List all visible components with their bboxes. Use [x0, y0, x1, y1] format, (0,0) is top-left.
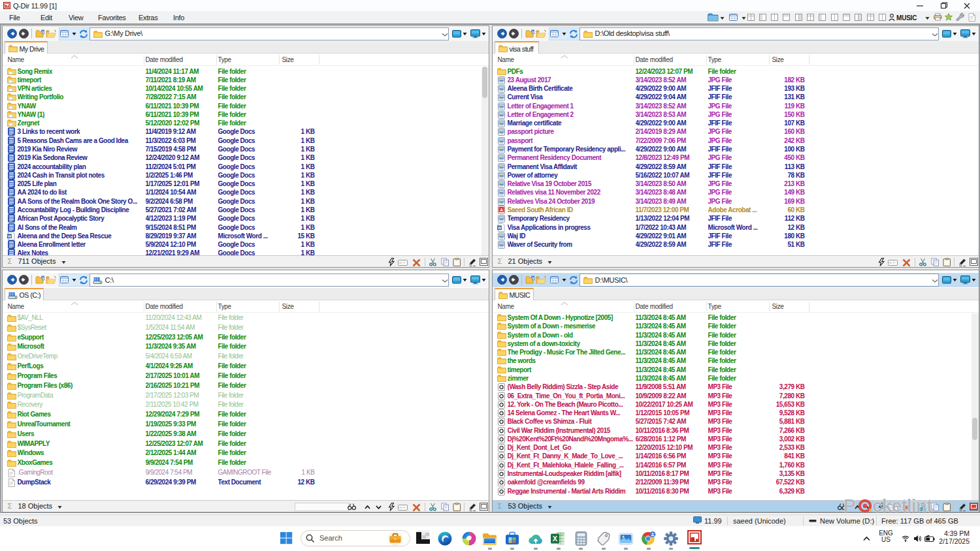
svg-text:W: W	[497, 225, 501, 229]
svg-text:A: A	[500, 208, 503, 212]
svg-text:W: W	[7, 234, 11, 238]
svg-text:X: X	[553, 535, 558, 543]
